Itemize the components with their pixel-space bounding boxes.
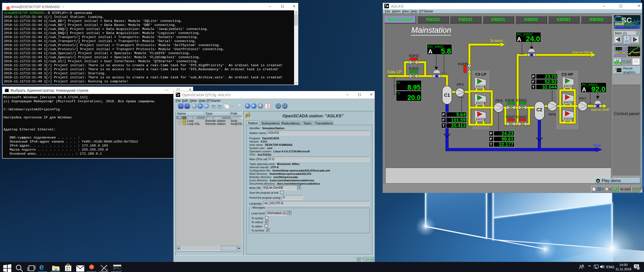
svg-text:PP3: PP3 <box>495 98 502 103</box>
svg-text:oscada.org: oscada.org <box>616 24 639 29</box>
svg-text:T: T <box>442 124 445 128</box>
svg-text:KSH22: KSH22 <box>516 115 527 119</box>
svg-text:A: A <box>517 36 521 43</box>
svg-text:KSH7: KSH7 <box>506 115 515 119</box>
svg-text:32.044: 32.044 <box>542 84 557 90</box>
svg-text:F: F <box>490 137 492 141</box>
svg-text:20.0: 20.0 <box>407 94 421 101</box>
svg-text:Gas to GHP: Gas to GHP <box>591 108 610 112</box>
svg-text:101.59: 101.59 <box>451 117 466 123</box>
svg-text:Gas to Glinsk: Gas to Glinsk <box>572 50 593 54</box>
svg-text:KM201: KM201 <box>476 101 485 105</box>
svg-text:Mainstation: Mainstation <box>411 26 451 35</box>
svg-text:KSH6: KSH6 <box>505 98 514 102</box>
svg-text:F: F <box>532 80 535 84</box>
svg-text:24.0: 24.0 <box>526 35 540 43</box>
svg-text:32.177: 32.177 <box>499 142 513 147</box>
svg-text:Drop: Drop <box>593 143 601 147</box>
svg-text:P: P <box>532 75 534 79</box>
svg-text:KSH5: KSH5 <box>458 62 468 66</box>
svg-text:T: T <box>490 143 492 147</box>
svg-text:F: F <box>442 118 445 122</box>
svg-text:4: 4 <box>637 267 639 270</box>
svg-text:Gas LP: Gas LP <box>387 70 402 74</box>
svg-text:KM202: KM202 <box>564 101 573 104</box>
svg-text:A: A <box>582 86 586 93</box>
svg-text:T: T <box>532 85 535 89</box>
svg-text:C:\_: C:\_ <box>114 267 120 269</box>
svg-text:8.95: 8.95 <box>407 84 421 91</box>
svg-text:92.0: 92.0 <box>591 85 606 93</box>
svg-text:CS HP: CS HP <box>561 72 573 76</box>
svg-text:C2: C2 <box>536 107 542 112</box>
svg-text:KSH2: KSH2 <box>409 53 419 58</box>
svg-text:20.413: 20.413 <box>451 123 466 128</box>
svg-text:ATTN: ATTN <box>247 115 251 116</box>
svg-text:24.23: 24.23 <box>501 131 513 136</box>
svg-text:KM102: KM102 <box>564 85 573 88</box>
svg-text:KM101: KM101 <box>476 85 485 88</box>
svg-text:Ti: Ti <box>397 91 400 95</box>
svg-text:Pi: Pi <box>397 81 400 85</box>
svg-text:52.92: 52.92 <box>545 79 557 84</box>
svg-text:23.70: 23.70 <box>545 74 557 79</box>
svg-text:PP5: PP5 <box>549 112 556 117</box>
svg-text:A: A <box>428 48 432 55</box>
svg-text:KM302: KM302 <box>564 117 573 120</box>
svg-text:0.0000: 0.0000 <box>624 61 630 63</box>
svg-text:5.64: 5.64 <box>456 112 466 117</box>
svg-text:PP7: PP7 <box>579 96 586 101</box>
svg-text:C1: C1 <box>444 93 450 98</box>
svg-text:To torch: To torch <box>490 39 503 43</box>
svg-text:KM301: KM301 <box>476 118 485 121</box>
svg-text:KSH1: KSH1 <box>409 66 419 71</box>
svg-text:PP1: PP1 <box>457 82 464 87</box>
svg-text:CS LP: CS LP <box>475 72 486 76</box>
svg-text:5.8: 5.8 <box>441 47 451 55</box>
svg-text:P: P <box>490 131 492 135</box>
svg-text:KSH21: KSH21 <box>516 98 527 102</box>
svg-text:10.95: 10.95 <box>616 48 622 50</box>
svg-text:P: P <box>442 113 445 117</box>
svg-text:98.61: 98.61 <box>501 136 513 142</box>
